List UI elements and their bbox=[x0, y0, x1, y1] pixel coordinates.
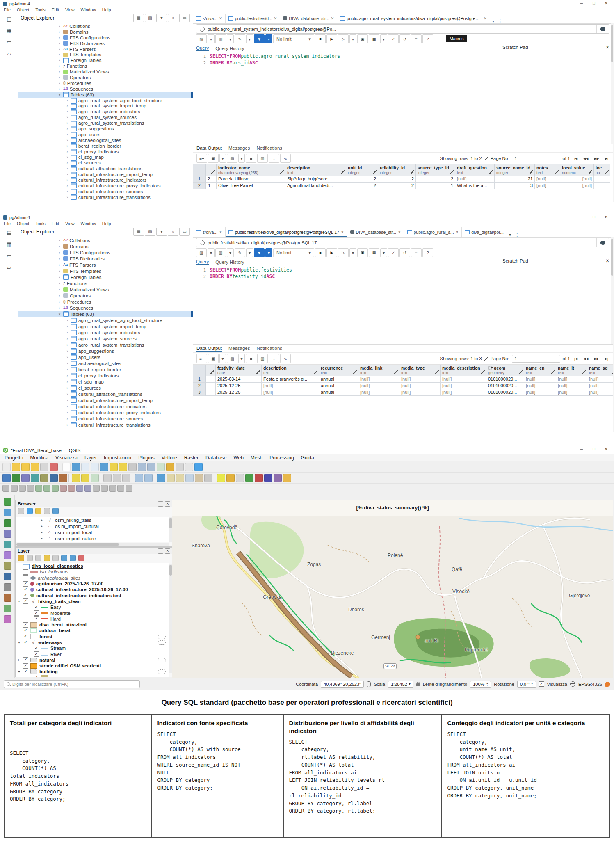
layer-item-outdoor-berat[interactable]: ✓outdoor_berat bbox=[16, 628, 169, 633]
field-calculator-icon[interactable] bbox=[195, 474, 203, 482]
cell[interactable]: [null] bbox=[535, 183, 560, 189]
table-row[interactable]: 22025-12-25[null]annual[null][null][null… bbox=[193, 383, 613, 389]
tree-item-agro-rural-system-sources[interactable]: ›agro_rural_system_sources bbox=[18, 336, 193, 342]
measure-icon[interactable] bbox=[204, 474, 212, 482]
layer-checkbox[interactable] bbox=[23, 575, 28, 580]
add-mesh-icon[interactable] bbox=[4, 541, 11, 548]
layer-item-natural[interactable]: ▸✓natural bbox=[16, 657, 169, 663]
layer-checkbox[interactable]: ✓ bbox=[34, 610, 39, 616]
scale-select[interactable]: 1:28452▾ bbox=[388, 681, 413, 688]
cell[interactable]: Parcela Ullinjve bbox=[217, 176, 285, 183]
terminal-icon[interactable]: ▭ bbox=[179, 228, 190, 236]
rail-icon-1[interactable]: ▦ bbox=[6, 241, 13, 247]
menu-edit[interactable]: Edit bbox=[52, 7, 59, 12]
sql-editor[interactable]: 1SELECT * FROM public.agro_rural_system_… bbox=[196, 53, 500, 143]
save-file-caret[interactable]: ▾ bbox=[227, 34, 234, 43]
menu-raster[interactable]: Raster bbox=[184, 455, 199, 461]
add-group-icon[interactable] bbox=[27, 555, 33, 561]
menu-window[interactable]: Window bbox=[80, 221, 96, 226]
tree-item-procedures[interactable]: ›()Procedures bbox=[18, 299, 193, 305]
cell[interactable]: [null] bbox=[535, 176, 560, 183]
tab-s-diva[interactable]: s/diva...✕ bbox=[193, 14, 226, 23]
execute-caret[interactable]: ▾ bbox=[349, 34, 356, 43]
menu-help[interactable]: Help bbox=[102, 221, 111, 226]
tree-item-archaeological-sites[interactable]: ›archaeological_sites bbox=[18, 360, 193, 366]
chevron-right-icon[interactable]: › bbox=[65, 110, 69, 114]
add-postgis-layer-icon[interactable] bbox=[50, 474, 58, 482]
menu-file[interactable]: File bbox=[4, 221, 11, 226]
undock-icon[interactable] bbox=[158, 548, 163, 554]
cell[interactable]: [null] bbox=[262, 383, 319, 389]
chevron-right-icon[interactable]: › bbox=[65, 423, 69, 427]
add-spatialite-icon[interactable] bbox=[4, 583, 11, 591]
refresh-icon[interactable] bbox=[194, 463, 203, 471]
magnifier-input[interactable]: 100%▲▼ bbox=[470, 681, 491, 688]
layer-item-hiking-trails-clean[interactable]: ▾✓√hiking_trails_clean bbox=[16, 598, 169, 604]
delete-row-icon[interactable]: ■ bbox=[246, 354, 256, 363]
column-header-unit-id[interactable]: unit_idinteger bbox=[346, 164, 378, 176]
processing-toolbox-icon[interactable] bbox=[255, 474, 263, 482]
fill-ring-icon[interactable] bbox=[52, 485, 59, 492]
cell[interactable]: 2025-03-14 bbox=[216, 376, 262, 383]
add-raster-icon[interactable] bbox=[4, 530, 11, 538]
tab-public-festivities-d[interactable]: public.festivities/d...✕ bbox=[226, 14, 281, 23]
tree-item-cultural-attraction-translations[interactable]: ›cultural_attraction_translations bbox=[18, 391, 193, 397]
tree-item-ci-proxy-indicators[interactable]: ›ci_proxy_indicators bbox=[18, 149, 193, 155]
close-tab-icon[interactable]: ✕ bbox=[274, 16, 277, 21]
chevron-right-icon[interactable]: ▸ bbox=[41, 530, 44, 534]
edit-button[interactable]: ✎ bbox=[235, 248, 245, 257]
explain-caret[interactable]: ▾ bbox=[380, 34, 387, 43]
lock-scale-icon[interactable] bbox=[416, 683, 420, 686]
cell[interactable]: annual bbox=[319, 383, 358, 389]
chevron-right-icon[interactable]: › bbox=[65, 115, 69, 119]
close-tab-icon[interactable]: ✕ bbox=[219, 16, 222, 21]
paste-features-icon[interactable] bbox=[122, 474, 130, 482]
column-header-media-description[interactable]: media_descriptiontext bbox=[441, 365, 486, 376]
explain-analyze-button[interactable]: ▦ bbox=[369, 34, 379, 43]
chevron-right-icon[interactable]: › bbox=[65, 331, 69, 335]
chevron-right-icon[interactable]: › bbox=[65, 161, 69, 165]
add-point-cloud-icon[interactable] bbox=[4, 551, 11, 559]
output-tab-notifications[interactable]: Notifications bbox=[256, 146, 282, 151]
vertex-tool-icon[interactable] bbox=[2, 485, 9, 492]
layer-checkbox[interactable]: ✓ bbox=[23, 628, 28, 633]
add-feature-icon[interactable] bbox=[91, 474, 99, 482]
chevron-right-icon[interactable]: › bbox=[65, 404, 69, 409]
cell[interactable]: [null] bbox=[358, 376, 399, 383]
rollback-button[interactable]: ↺ bbox=[399, 34, 410, 43]
maximize-button[interactable]: □ bbox=[588, 214, 600, 220]
close-button[interactable]: ✕ bbox=[600, 0, 612, 7]
extents-icon[interactable] bbox=[367, 681, 371, 687]
cell[interactable]: 2025-12-25 bbox=[216, 389, 262, 396]
tree-item-agro-rural-system-import-temp[interactable]: ›agro_rural_system_import_temp bbox=[18, 103, 193, 109]
chevron-right-icon[interactable]: › bbox=[57, 288, 62, 292]
save-file-caret[interactable]: ▾ bbox=[227, 248, 234, 257]
column-header-local-value[interactable]: local_valuenumeric bbox=[560, 164, 594, 176]
download-icon[interactable]: ↓ bbox=[269, 154, 279, 163]
tree-item-procedures[interactable]: ›()Procedures bbox=[18, 80, 193, 86]
tree-item-app-users[interactable]: ›app_users bbox=[18, 132, 193, 137]
rotate-feature-icon[interactable] bbox=[19, 485, 26, 492]
tree-item-ci-sdg-map[interactable]: ›ci_sdg_map bbox=[18, 154, 193, 160]
sum-features-icon[interactable] bbox=[274, 474, 282, 482]
layer-checkbox[interactable]: ✓ bbox=[23, 640, 28, 645]
chevron-right-icon[interactable]: › bbox=[65, 368, 69, 372]
rail-icon-3[interactable]: ▱ bbox=[6, 264, 13, 270]
cut-features-icon[interactable] bbox=[103, 474, 112, 482]
chevron-down-icon[interactable]: ▾ bbox=[57, 93, 62, 97]
tree-item-fts-configurations[interactable]: ›FTS Configurations bbox=[18, 249, 193, 256]
column-header-reliability-id[interactable]: reliability_idinteger bbox=[378, 164, 416, 176]
cell[interactable]: Olive Tree Parcel bbox=[217, 183, 285, 189]
tree-item-sequences[interactable]: ›1.3Sequences bbox=[18, 305, 193, 311]
cell[interactable] bbox=[206, 376, 216, 383]
cell[interactable]: 2 bbox=[378, 183, 416, 189]
tree-item-ci-proxy-indicators[interactable]: ›ci_proxy_indicators bbox=[18, 372, 193, 379]
tree-item-agro-rural-system-translations[interactable]: ›agro_rural_system_translations bbox=[18, 342, 193, 348]
chevron-right-icon[interactable]: › bbox=[65, 178, 69, 182]
tree-item-cultural-infrastructure-sources[interactable]: ›cultural_infrastructure_sources bbox=[18, 189, 193, 194]
zoom-out-icon[interactable] bbox=[91, 463, 99, 471]
split-features-icon[interactable] bbox=[93, 485, 100, 492]
layer-checkbox[interactable]: ✓ bbox=[34, 675, 39, 677]
column-header-notes[interactable]: notestext bbox=[535, 164, 560, 176]
editor-splitter[interactable] bbox=[500, 44, 500, 144]
